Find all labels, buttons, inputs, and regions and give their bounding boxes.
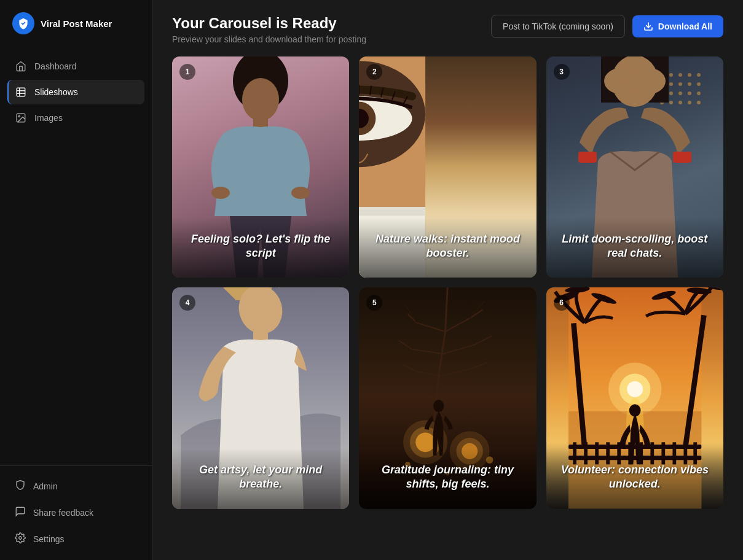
slide-3-number: 3 bbox=[554, 64, 570, 80]
page-title: Your Carousel is Ready bbox=[172, 15, 366, 32]
check-shield-icon bbox=[17, 17, 29, 29]
app-logo[interactable]: Viral Post Maker bbox=[0, 0, 152, 49]
dashboard-label: Dashboard bbox=[34, 61, 77, 71]
sidebar-item-settings[interactable]: Settings bbox=[7, 526, 144, 551]
header-actions: Post to TikTok (coming soon) Download Al… bbox=[491, 15, 723, 38]
svg-point-97 bbox=[629, 405, 640, 417]
logo-icon bbox=[12, 12, 34, 34]
page-header: Your Carousel is Ready Preview your slid… bbox=[152, 0, 743, 56]
download-all-button[interactable]: Download All bbox=[632, 15, 723, 37]
share-feedback-label: Share feedback bbox=[33, 508, 93, 518]
settings-label: Settings bbox=[33, 534, 65, 544]
slide-card-4[interactable]: 4 Get artsy, let your mind breathe. bbox=[172, 287, 349, 508]
svg-point-68 bbox=[433, 400, 444, 413]
images-label: Images bbox=[34, 113, 63, 123]
settings-icon bbox=[15, 532, 26, 545]
app-name: Viral Post Maker bbox=[41, 18, 112, 29]
sidebar-item-dashboard[interactable]: Dashboard bbox=[7, 54, 144, 79]
slide-3-caption: Limit doom-scrolling, boost real chats. bbox=[546, 217, 723, 278]
svg-point-56 bbox=[629, 68, 666, 95]
slide-card-3[interactable]: 3 Limit doom-scrolling, boost real chats… bbox=[546, 56, 723, 278]
svg-point-9 bbox=[242, 78, 279, 121]
slide-6-number: 6 bbox=[554, 295, 570, 311]
admin-icon bbox=[15, 480, 26, 492]
svg-rect-54 bbox=[673, 152, 691, 163]
slide-2-caption-text: Nature walks: instant mood booster. bbox=[371, 232, 524, 261]
home-icon bbox=[15, 60, 27, 72]
svg-point-12 bbox=[291, 187, 310, 199]
main-nav: Dashboard Slideshows Images bbox=[0, 49, 152, 465]
slide-6-caption: Volunteer: connection vibes unlocked. bbox=[546, 448, 723, 509]
sidebar-item-images[interactable]: Images bbox=[7, 106, 144, 130]
feedback-icon bbox=[15, 506, 26, 519]
slides-container: 1 Feeling solo? Let's flip the script bbox=[172, 56, 723, 509]
slide-1-caption: Feeling solo? Let's flip the script bbox=[172, 217, 349, 278]
slide-4-caption: Get artsy, let your mind breathe. bbox=[172, 448, 349, 509]
svg-point-6 bbox=[19, 537, 22, 540]
slide-card-1[interactable]: 1 Feeling solo? Let's flip the script bbox=[172, 56, 349, 278]
download-icon bbox=[643, 21, 653, 31]
svg-rect-0 bbox=[17, 88, 25, 96]
slide-5-caption: Gratitude journaling: tiny shifts, big f… bbox=[359, 448, 536, 509]
admin-label: Admin bbox=[33, 481, 58, 491]
slide-card-2[interactable]: 2 Nature walks: instant mood booster. bbox=[359, 56, 536, 278]
slide-card-5[interactable]: 5 Gratitude journaling: tiny shifts, big… bbox=[359, 287, 536, 508]
slide-card-6[interactable]: 6 Volunteer: connection vibes unlocked. bbox=[546, 287, 723, 508]
slideshows-icon bbox=[15, 86, 27, 98]
header-text: Your Carousel is Ready Preview your slid… bbox=[172, 15, 366, 44]
slide-1-number: 1 bbox=[179, 64, 195, 80]
sidebar-item-share-feedback[interactable]: Share feedback bbox=[7, 500, 144, 525]
slide-6-caption-text: Volunteer: connection vibes unlocked. bbox=[559, 463, 711, 492]
page-subtitle: Preview your slides and download them fo… bbox=[172, 34, 366, 44]
slide-4-caption-text: Get artsy, let your mind breathe. bbox=[184, 463, 337, 492]
slides-grid: 1 Feeling solo? Let's flip the script bbox=[152, 56, 743, 560]
sidebar-bottom: Admin Share feedback Settings bbox=[0, 465, 152, 560]
svg-point-72 bbox=[627, 381, 643, 397]
slide-5-caption-text: Gratitude journaling: tiny shifts, big f… bbox=[371, 463, 524, 492]
download-all-label: Download All bbox=[658, 21, 712, 31]
sidebar: Viral Post Maker Dashboard Slideshows Im… bbox=[0, 0, 152, 560]
svg-point-11 bbox=[211, 187, 230, 199]
slideshows-label: Slideshows bbox=[34, 87, 78, 97]
images-icon bbox=[15, 112, 27, 124]
sidebar-item-slideshows[interactable]: Slideshows bbox=[7, 80, 144, 104]
slide-2-caption: Nature walks: instant mood booster. bbox=[359, 217, 536, 278]
svg-rect-53 bbox=[578, 152, 597, 163]
slide-1-caption-text: Feeling solo? Let's flip the script bbox=[184, 232, 337, 261]
sidebar-item-admin[interactable]: Admin bbox=[7, 473, 144, 499]
svg-rect-29 bbox=[359, 207, 425, 216]
post-tiktok-button[interactable]: Post to TikTok (coming soon) bbox=[491, 15, 625, 38]
main-content: Your Carousel is Ready Preview your slid… bbox=[152, 0, 743, 560]
svg-point-5 bbox=[18, 115, 20, 117]
slide-3-caption-text: Limit doom-scrolling, boost real chats. bbox=[559, 232, 711, 261]
